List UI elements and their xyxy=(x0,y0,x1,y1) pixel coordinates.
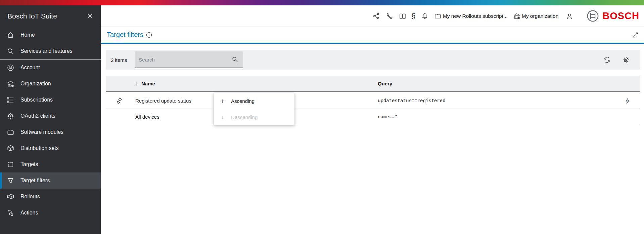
module-icon xyxy=(6,128,15,136)
subscription-name: My new Rollouts subscript... xyxy=(443,13,508,19)
column-query[interactable]: Query xyxy=(378,81,615,86)
sidebar-item-oauth2-clients[interactable]: OAuth2 clients xyxy=(0,108,101,124)
sidebar-title: Bosch IoT Suite xyxy=(7,12,57,20)
sidebar-item-label: Account xyxy=(20,65,40,71)
filter-query: updatestatus==registered xyxy=(378,98,615,104)
table-header: ↓ Name Query xyxy=(106,76,640,92)
bosch-wordmark: BOSCH xyxy=(602,11,639,21)
bosch-anchor-logo-icon xyxy=(587,10,599,22)
sidebar-item-distribution-sets[interactable]: Distribution sets xyxy=(0,140,101,156)
top-header: § My new Rollouts subscript... My organi… xyxy=(101,5,644,27)
user-icon[interactable] xyxy=(565,12,573,20)
sidebar-item-label: Target filters xyxy=(20,178,50,184)
search-input[interactable] xyxy=(139,57,231,63)
home-icon xyxy=(6,31,15,39)
organization-icon xyxy=(6,79,15,88)
sidebar-item-label: Organization xyxy=(20,81,51,87)
table-row[interactable]: All devices name==* xyxy=(106,109,640,125)
sidebar-item-label: Services and features xyxy=(20,48,73,54)
filter-query: name==* xyxy=(378,114,615,120)
sort-option-label: Ascending xyxy=(231,98,255,104)
bosch-supergraphic-strip xyxy=(0,0,644,5)
account-icon xyxy=(6,63,15,72)
sidebar-item-rollouts[interactable]: Rollouts xyxy=(0,189,101,205)
sidebar-item-label: Home xyxy=(20,32,35,38)
refresh-icon[interactable] xyxy=(603,56,611,64)
rollout-box-icon xyxy=(6,192,15,201)
sidebar-item-services-and-features[interactable]: Services and features xyxy=(0,43,101,59)
gear-icon[interactable] xyxy=(622,56,630,64)
sidebar-item-actions[interactable]: Actions xyxy=(0,205,101,221)
sidebar-menu: Home Services and features Account O xyxy=(0,27,101,221)
search-box[interactable] xyxy=(135,51,243,68)
table-body: Registered update status updatestatus==r… xyxy=(106,93,640,125)
sidebar-item-targets[interactable]: Targets xyxy=(0,156,101,172)
sidebar-item-subscriptions[interactable]: Subscriptions xyxy=(0,92,101,108)
sidebar-item-label: Targets xyxy=(20,161,38,167)
column-name-label: Name xyxy=(141,81,155,86)
column-name[interactable]: ↓ Name xyxy=(133,81,378,87)
bosch-iot-suite-screen: Bosch IoT Suite Home Services and featur… xyxy=(0,0,644,234)
sidebar-item-organization[interactable]: Organization xyxy=(0,76,101,92)
target-document-icon xyxy=(6,160,15,169)
sidebar-item-label: Subscriptions xyxy=(20,97,53,103)
gear-lock-icon xyxy=(6,112,15,120)
panel-window-controls xyxy=(622,32,644,38)
items-count: 2 items xyxy=(111,57,127,63)
table-row[interactable]: Registered update status updatestatus==r… xyxy=(106,93,640,109)
subscription-switcher[interactable]: My new Rollouts subscript... xyxy=(434,12,508,20)
phone-icon[interactable] xyxy=(385,12,394,20)
sidebar-item-account[interactable]: Account xyxy=(0,60,101,76)
share-icon[interactable] xyxy=(372,12,380,20)
sidebar-item-label: Software modules xyxy=(20,129,63,135)
sidebar-item-target-filters[interactable]: Target filters xyxy=(0,172,101,189)
notifications-bell-icon[interactable] xyxy=(421,12,429,20)
sidebar: Bosch IoT Suite Home Services and featur… xyxy=(0,5,101,234)
subscriptions-list-icon xyxy=(6,95,15,104)
bosch-brand: BOSCH xyxy=(587,10,639,22)
funnel-icon xyxy=(6,176,15,185)
panel-header: Target filters xyxy=(101,27,644,44)
actions-path-icon xyxy=(6,208,15,217)
bank-icon xyxy=(513,12,521,20)
package-icon xyxy=(6,144,15,153)
organization-name: My organization xyxy=(522,13,558,19)
arrow-up-icon: ↑ xyxy=(221,98,225,105)
sidebar-item-software-modules[interactable]: Software modules xyxy=(0,124,101,140)
handbook-icon[interactable] xyxy=(399,12,407,20)
link-icon xyxy=(106,97,133,105)
sort-descending-option[interactable]: ↓ Descending xyxy=(214,109,294,125)
toolbar: 2 items xyxy=(106,50,640,70)
sidebar-item-label: OAuth2 clients xyxy=(20,113,55,119)
sidebar-header: Bosch IoT Suite xyxy=(0,5,101,27)
legal-paragraph-icon[interactable]: § xyxy=(412,12,416,20)
page-title: Target filters xyxy=(107,31,143,39)
sidebar-item-home[interactable]: Home xyxy=(0,27,101,43)
search-icon[interactable] xyxy=(231,55,239,64)
column-query-label: Query xyxy=(378,81,392,86)
sidebar-item-label: Actions xyxy=(20,210,38,216)
sort-descending-indicator[interactable]: ↓ xyxy=(135,81,138,87)
sort-ascending-option[interactable]: ↑ Ascending xyxy=(214,93,294,109)
sort-option-label: Descending xyxy=(231,114,258,120)
search-icon xyxy=(6,47,15,55)
folder-icon xyxy=(434,12,442,20)
auto-assign-bolt-icon[interactable] xyxy=(615,97,640,105)
info-icon[interactable] xyxy=(146,32,152,38)
arrow-down-icon: ↓ xyxy=(221,114,225,121)
sidebar-item-label: Distribution sets xyxy=(20,145,59,151)
close-icon[interactable] xyxy=(86,12,94,20)
sort-dropdown-menu: ↑ Ascending ↓ Descending xyxy=(214,93,294,125)
expand-icon[interactable] xyxy=(632,32,639,38)
sidebar-item-label: Rollouts xyxy=(20,194,40,200)
organization-switcher[interactable]: My organization xyxy=(513,12,558,20)
toolbar-actions xyxy=(603,56,640,64)
